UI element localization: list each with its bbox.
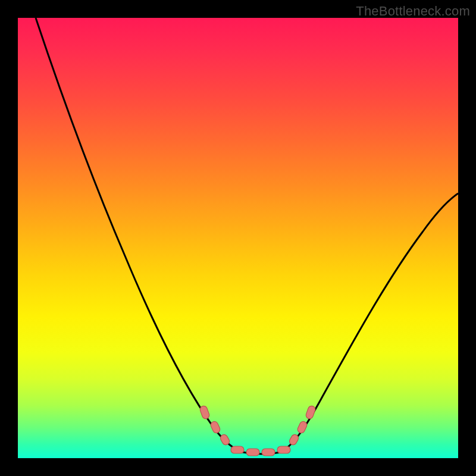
svg-rect-4 [246, 449, 259, 456]
svg-rect-1 [209, 420, 221, 434]
watermark-text: TheBottleneck.com [356, 4, 470, 19]
outer-frame: TheBottleneck.com [0, 0, 476, 476]
valley-markers [199, 405, 317, 456]
svg-rect-8 [296, 420, 308, 434]
chart-svg [18, 18, 458, 458]
left-curve [36, 18, 243, 452]
svg-rect-3 [231, 446, 244, 453]
svg-rect-5 [262, 449, 275, 456]
svg-rect-0 [199, 405, 211, 420]
svg-rect-6 [277, 446, 290, 453]
svg-rect-9 [305, 405, 317, 420]
